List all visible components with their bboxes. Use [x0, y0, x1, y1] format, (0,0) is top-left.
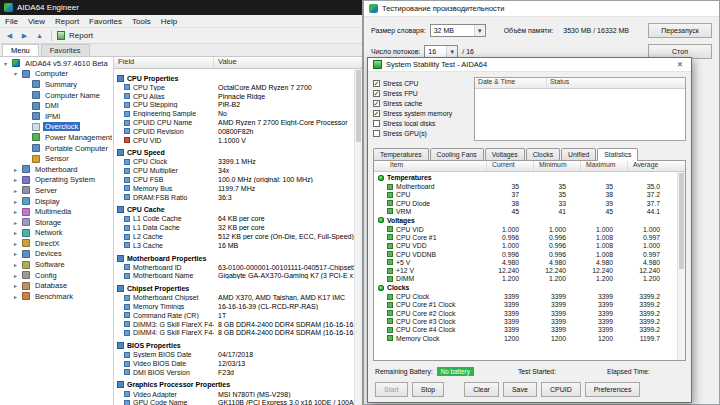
- report-row-dimm4-g-skill-flarex-f4-3200c14-8gfx[interactable]: DIMM4: G Skill FlareX F4-3200C14-8GFX8 G…: [114, 329, 362, 338]
- tab-cooling-fans[interactable]: Cooling Fans: [430, 148, 484, 160]
- back-icon[interactable]: ◀: [3, 32, 16, 40]
- report-row-engineering-sample[interactable]: Engineering SampleNo: [114, 109, 362, 118]
- expand-icon[interactable]: ▸: [12, 250, 19, 257]
- stats-row-memory-clock[interactable]: Memory Clock1200120012001199.7: [374, 334, 685, 342]
- sidebar-item-motherboard[interactable]: ▸Motherboard: [0, 164, 113, 175]
- cpuid-button[interactable]: CPUID: [541, 382, 581, 397]
- report-row-cpuid-cpu-name[interactable]: CPUID CPU NameAMD Ryzen 7 2700 Eight-Cor…: [114, 118, 362, 127]
- report-row-cpu-clock[interactable]: CPU Clock3399.1 MHz: [114, 158, 362, 167]
- stats-row-dimm[interactable]: DIMM1.2001.2001.2001.200: [374, 275, 685, 283]
- main-titlebar[interactable]: AIDA64 Engineer: [0, 0, 362, 15]
- stats-row-cpu-core-1-clock[interactable]: CPU Core #1 Clock3399339933993399.2: [374, 301, 685, 309]
- checkbox-stress-cpu[interactable]: ✓Stress CPU: [373, 78, 468, 88]
- sidebar-item-computer[interactable]: ▾Computer: [0, 69, 113, 80]
- report-group-cpu-cache[interactable]: CPU Cache: [114, 205, 362, 215]
- menu-item-favorites[interactable]: Favorites: [84, 17, 127, 26]
- expand-icon[interactable]: ▸: [12, 198, 19, 205]
- expand-icon[interactable]: ▸: [12, 187, 19, 194]
- stats-row-vrm[interactable]: VRM45414544.1: [374, 207, 685, 215]
- report-row-motherboard-name[interactable]: Motherboard NameGigabyte GA-AX370-Gaming…: [114, 272, 362, 281]
- sidebar-item-aida64-v5-97-4610-beta[interactable]: ▾AIDA64 v5.97.4610 Beta: [0, 58, 113, 69]
- expand-icon[interactable]: ▸: [12, 282, 19, 289]
- tab-clocks[interactable]: Clocks: [526, 148, 560, 160]
- benchmark-titlebar[interactable]: Тестирование производительности: [364, 1, 719, 17]
- stats-group-clocks[interactable]: Clocks: [374, 283, 685, 292]
- stats-group-temperatures[interactable]: Temperatures: [374, 173, 685, 182]
- sidebar-item-multimedia[interactable]: ▸Multimedia: [0, 206, 113, 217]
- sidebar-item-sensor[interactable]: Sensor: [0, 153, 113, 164]
- preferences-button[interactable]: Preferences: [585, 382, 641, 397]
- log-table-body[interactable]: [475, 89, 685, 140]
- checkbox-stress-cache[interactable]: ✓Stress cache: [373, 98, 468, 108]
- report-row-system-bios-date[interactable]: System BIOS Date04/17/2018: [114, 350, 362, 359]
- report-row-command-rate-cr[interactable]: Command Rate (CR)1T: [114, 311, 362, 320]
- report-row-l3-cache[interactable]: L3 Cache16 MB: [114, 241, 362, 250]
- report-row-cpu-type[interactable]: CPU TypeOctalCore AMD Ryzen 7 2700: [114, 83, 362, 92]
- expand-icon[interactable]: ▸: [12, 272, 19, 279]
- stats-row-cpu-core-1[interactable]: CPU Core #10.9960.9961.0080.997: [374, 233, 685, 241]
- stats-row-cpu-core-3-clock[interactable]: CPU Core #3 Clock3399339933993399.2: [374, 317, 685, 325]
- tab-temperatures[interactable]: Temperatures: [373, 148, 429, 160]
- expand-icon[interactable]: ▸: [12, 208, 19, 215]
- report-row-gpu-code-name[interactable]: GPU Code NameGK110B (PCI Express 3.0 x16…: [114, 399, 362, 405]
- restart-button[interactable]: Перезапуск: [648, 23, 712, 38]
- sidebar-item-database[interactable]: ▸Database: [0, 280, 113, 291]
- menu-item-tools[interactable]: Tools: [127, 17, 156, 26]
- expand-icon[interactable]: ▸: [12, 293, 19, 300]
- collapse-icon[interactable]: ▾: [2, 60, 9, 67]
- pane-tab-menu[interactable]: Menu: [2, 44, 39, 56]
- report-row-l1-data-cache[interactable]: L1 Data Cache32 KB per core: [114, 223, 362, 232]
- checkbox-stress-system-memory[interactable]: ✓Stress system memory: [373, 108, 468, 118]
- report-group-cpu-properties[interactable]: CPU Properties: [114, 74, 362, 84]
- up-icon[interactable]: ▲: [33, 32, 46, 39]
- stats-row-cpu-vid[interactable]: CPU VID1.0001.0001.0001.000: [374, 225, 685, 233]
- report-group-bios-properties[interactable]: BIOS Properties: [114, 341, 362, 351]
- expand-icon[interactable]: ▸: [12, 229, 19, 236]
- stats-row-cpu[interactable]: CPU37353837.2: [374, 191, 685, 199]
- sidebar-item-directx[interactable]: ▸DirectX: [0, 238, 113, 249]
- sidebar-item-computer-name[interactable]: Computer Name: [0, 90, 113, 101]
- stats-group-voltages[interactable]: Voltages: [374, 216, 685, 225]
- report-row-video-bios-date[interactable]: Video BIOS Date12/03/13: [114, 359, 362, 368]
- report-group-motherboard-properties[interactable]: Motherboard Properties: [114, 253, 362, 263]
- report-row-cpu-vid[interactable]: CPU VID1.1000 V: [114, 136, 362, 145]
- report-row-cpu-alias[interactable]: CPU AliasPinnacle Ridge: [114, 92, 362, 101]
- stats-row-cpu-clock[interactable]: CPU Clock3399339933993399.2: [374, 292, 685, 300]
- statistics-scrollbar-thumb[interactable]: [679, 173, 684, 269]
- stop-button[interactable]: Stop: [412, 382, 444, 397]
- stats-row-motherboard[interactable]: Motherboard35353535.0: [374, 182, 685, 190]
- report-group-cpu-speed[interactable]: CPU Speed: [114, 148, 362, 158]
- statistics-scrollbar[interactable]: [677, 172, 685, 360]
- pane-tab-favorites[interactable]: Favorites: [41, 44, 90, 56]
- sidebar-item-summary[interactable]: Summary: [0, 79, 113, 90]
- sidebar-item-portable-computer[interactable]: Portable Computer: [0, 143, 113, 154]
- menu-item-help[interactable]: Help: [156, 17, 182, 26]
- report-row-cpu-multiplier[interactable]: CPU Multiplier34x: [114, 166, 362, 175]
- report-scrollbar[interactable]: [354, 69, 362, 405]
- sidebar-item-power-management[interactable]: Power Management: [0, 132, 113, 143]
- stats-row-cpu-vddnb[interactable]: CPU VDDNB0.9960.9961.0080.997: [374, 250, 685, 258]
- stats-row-cpu-diode[interactable]: CPU Diode38333937.7: [374, 199, 685, 207]
- sidebar-item-network[interactable]: ▸Network: [0, 228, 113, 239]
- expand-icon[interactable]: ▸: [12, 176, 19, 183]
- close-icon[interactable]: ✕: [674, 60, 686, 69]
- expand-icon[interactable]: ▸: [12, 166, 19, 173]
- sidebar-item-storage[interactable]: ▸Storage: [0, 217, 113, 228]
- menu-item-file[interactable]: File: [0, 17, 23, 26]
- sidebar-item-config[interactable]: ▸Config: [0, 270, 113, 281]
- tab-statistics[interactable]: Statistics: [597, 148, 638, 161]
- report-group-chipset-properties[interactable]: Chipset Properties: [114, 284, 362, 294]
- clear-button[interactable]: Clear: [464, 382, 499, 397]
- expand-icon[interactable]: ▸: [12, 240, 19, 247]
- report-row-dram-fsb-ratio[interactable]: DRAM:FSB Ratio36:3: [114, 193, 362, 202]
- stability-titlebar[interactable]: System Stability Test - AIDA64 ✕: [368, 58, 691, 72]
- stats-row-12-v[interactable]: +12 V12.24012.24012.24012.240: [374, 266, 685, 274]
- sidebar-item-server[interactable]: ▸Server: [0, 185, 113, 196]
- sidebar-item-software[interactable]: ▸Software: [0, 259, 113, 270]
- sidebar-item-devices[interactable]: ▸Devices: [0, 249, 113, 260]
- sidebar-item-display[interactable]: ▸Display: [0, 196, 113, 207]
- report-row-l1-code-cache[interactable]: L1 Code Cache64 KB per core: [114, 215, 362, 224]
- report-row-cpu-fsb[interactable]: CPU FSB100.0 MHz (original: 100 MHz): [114, 175, 362, 184]
- report-row-memory-bus[interactable]: Memory Bus1199.7 MHz: [114, 184, 362, 193]
- checkbox-stress-local-disks[interactable]: Stress local disks: [373, 118, 468, 128]
